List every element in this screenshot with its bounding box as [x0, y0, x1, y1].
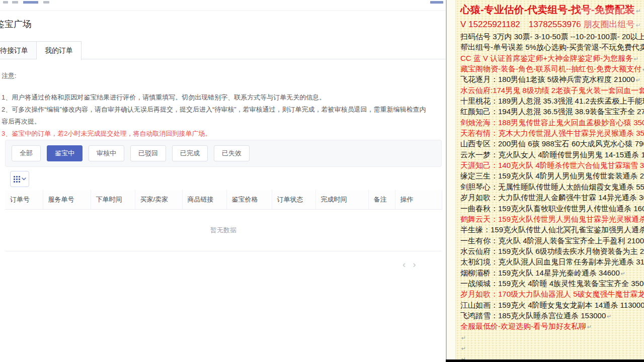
table-header-row: 订单号 服务单号 下单时间 买家/卖家 商品链接 鉴宝价格 订单状态 完成时间	[5, 190, 442, 209]
status-filter-button[interactable]: 已完成	[172, 145, 208, 161]
table-header-cell: 服务单号	[43, 190, 91, 209]
notice-items: 1、用户将通过价格和原因对鉴宝结果进行评价，请慎重填写。切勿出现错别字、联系方式…	[2, 92, 429, 140]
notice-item: 2、可多次操作“编辑”修改内容，请自审并确认无误后再提交，提交后进入“待审核”，…	[2, 104, 429, 128]
orders-table: 订单号 服务单号 下单时间 买家/卖家 商品链接 鉴宝价格 订单状态 完成时间	[5, 190, 442, 210]
doc-line-text: CC 蓝 V 认证首席鉴定师+大神金牌鉴定师-为您服务	[460, 54, 633, 62]
chevron-down-icon	[22, 177, 26, 180]
notepad-panel: 心猿-专业估价-代卖组号-找号-免费配装↵ V 15225921182 1378…	[446, 0, 644, 362]
watermark-overlay	[579, 8, 644, 28]
doc-line: 太初幻境：克火队混人回血鬼日常任务副本异光通杀 31000↵	[460, 256, 644, 267]
page-title: 鉴宝广场	[0, 18, 32, 30]
next-page-button[interactable]: ›	[413, 258, 416, 270]
doc-line: 一战倾城：159克火 4阶睡 4族灵性鬼装备宝宝齐全 35000↵	[460, 278, 644, 289]
doc-line: 红颜知己：194男人忽混 36.5强混 38.9装备宝宝齐全 27500↵	[460, 106, 644, 117]
tabs-row: 待接订单 我的订单	[0, 41, 446, 59]
table-header-cell: 商品链接	[182, 190, 226, 209]
doc-line: 藏宝阁物资-装备-角色-联系司机--抽红包-免费大额支付↵	[460, 63, 644, 74]
tab[interactable]: 待接订单	[0, 41, 37, 59]
divider	[0, 10, 446, 11]
doc-line: 一曲春秋：159克火队畜牧职业传世男人传世仙通杀 16000↵	[460, 203, 644, 214]
doc-line: 扫码估号 3万内 30票- 3-10-50票 --10-20-100票- 20以…	[460, 31, 644, 42]
doc-line-text: 太初幻境：克火队混人回血鬼日常任务副本异光通杀 31000	[460, 257, 644, 266]
status-filter-button[interactable]: 审核中	[89, 145, 124, 161]
doc-line-text: 帮出组号-单号误差 5%放心选购-买贵管退-不玩免费代卖	[460, 43, 644, 51]
column-settings-button[interactable]	[10, 171, 29, 187]
doc-lines: 扫码估号 3万内 30票- 3-10-50票 --10-20-100票- 20以…	[460, 31, 644, 362]
breadcrumb-fragment	[3, 1, 8, 4]
return-mark-icon: ↵	[634, 56, 638, 62]
status-filter-button[interactable]: 鉴宝中	[47, 145, 83, 161]
doc-line: 天涯知己：140克火队 4阶睡杀传世六合仙鬼甘霖瑞雪 35000↵	[460, 160, 644, 170]
doc-line: 飞花逐月：180男仙1老孩 5级神兵雷克水程度 21000↵	[460, 74, 644, 84]
table-header-cell: 订单号	[5, 190, 43, 209]
doc-line: 剑烛沧海：188男鬼传世容止鬼火回血孟极妙音心猿 35000↵	[460, 117, 644, 128]
breadcrumb-fragment	[43, 1, 49, 4]
doc-line: 水云仙府：159克火队 6级功绩去疾水月物资装备为主 23500↵	[460, 246, 644, 256]
doc-line: ↵	[460, 332, 644, 342]
tabs: 待接订单 我的订单	[0, 41, 446, 60]
status-filter-button[interactable]: 全部	[12, 145, 41, 161]
doc-line: 烟柳灞桥：159克火队 14星异光秦岭通杀 34600↵	[460, 267, 644, 278]
document-margin	[447, 0, 456, 362]
doc-line: 一生有你：克火队 4阶混人装备宝宝齐全上手盈利 21000↵	[460, 235, 644, 246]
return-mark-icon: ↵	[636, 77, 640, 83]
doc-line-text: 飞花逐月：180男仙1老孩 5级神兵雷克水程度 21000	[460, 75, 635, 83]
doc-line: 山西专区：200男仙 6孩 988宝石 60大成风克水心猿 79000↵	[460, 138, 644, 149]
table-header-cell: 操作	[395, 190, 442, 209]
doc-line: 全服最低价-欢迎选购-看号加好友私聊↵	[460, 321, 644, 331]
table-empty-state: 暂无数据	[5, 209, 442, 251]
doc-line: 十里桃花：189男人忽混 35.3强混 41.2去疾孟极上手能玩 25888↵	[460, 96, 644, 106]
doc-line: 半生缘：159克火队传世人仙北冥孔雀宝鉴加强男人通杀 18000↵	[460, 224, 644, 235]
doc-line-text: 飞鸿踏雪：185克火队睡杀宫位通杀 153000	[460, 311, 606, 320]
doc-line: 鹤舞云天：159克火队传世男人男仙鬼甘霖异光灵猴通杀 37000↵	[460, 214, 644, 224]
doc-line-text: 天涯知己：140克火队 4阶睡杀传世六合仙鬼甘霖瑞雪 35000	[460, 161, 644, 169]
doc-line: 帮出组号-单号误差 5%放心选购-买贵管退-不玩免费代卖↵	[460, 42, 644, 52]
table-header-cell: 订单状态	[272, 190, 315, 209]
doc-line-text: 岁月如歌：170级大力队仙器混人 5破女魔强牛魔甘霖龙 61000	[460, 290, 644, 298]
doc-line-text: 山西专区：200男仙 6孩 988宝石 60大成风克水心猿 79000	[460, 139, 644, 148]
doc-line-text: 扫码估号 3万内 30票- 3-10-50票 --10-20-100票- 20以…	[460, 32, 644, 41]
breadcrumb-fragment	[12, 1, 18, 4]
doc-line: 飞鸿踏雪：185克火队睡杀宫位通杀 153000↵	[460, 310, 644, 321]
notice-item: 3、鉴宝中的订单，若2小时未完成提交处理，将自动取消回到接单广场。	[2, 128, 429, 140]
status-filter-button[interactable]: 已失效	[214, 145, 250, 161]
doc-line-text: 半生缘：159克火队传世人仙北冥孔雀宝鉴加强男人通杀 18000	[460, 225, 644, 234]
breadcrumb-link-fragment[interactable]	[23, 1, 38, 4]
return-mark-icon: ↵	[461, 345, 466, 351]
doc-line-text: 剑胆琴心：无属性睡队传世睡人太皓仙烟霞女鬼通杀 55000	[460, 183, 644, 191]
prev-page-button[interactable]: ‹	[403, 258, 406, 270]
return-mark-icon: ↵	[607, 313, 611, 319]
doc-line: 天若有情：克木大力传世混人强牛甘霖异光灵猴通杀 35000↵	[460, 128, 644, 138]
doc-line-text: 红颜知己：194男人忽混 36.5强混 38.9装备宝宝齐全 27500	[460, 107, 644, 116]
status-filter-button[interactable]: 已驳回	[130, 145, 166, 161]
doc-line: 云水一梦：克火队女人 4阶睡传世男仙男鬼 14-15通杀 109000↵	[460, 149, 644, 160]
table-header-cell: 买家/卖家	[135, 190, 182, 209]
doc-line-text: 剑烛沧海：188男鬼传世容止鬼火回血孟极妙音心猿 35000	[460, 118, 644, 127]
doc-line: 江山如画：159克火 4阶睡女鬼女龙副本 14通杀 113000↵	[460, 300, 644, 310]
doc-line-text: 全服最低价-欢迎选购-看号加好友私聊	[460, 322, 586, 330]
table-header-cell: 完成时间	[315, 190, 368, 209]
document-text-area[interactable]: 心猿-专业估价-代卖组号-找号-免费配装↵ V 15225921182 1378…	[456, 0, 644, 359]
doc-line: 剑胆琴心：无属性睡队传世睡人太皓仙烟霞女鬼通杀 55000↵	[460, 182, 644, 192]
doc-line: CC 蓝 V 认证首席鉴定师+大神金牌鉴定师-为您服务↵	[460, 53, 644, 63]
topbar-link-fragment[interactable]	[430, 1, 443, 4]
doc-line-text: 缘定三生：159克火队 4阶男人男仙男鬼传世套装通杀 28500	[460, 171, 644, 180]
doc-line-text: 一生有你：克火队 4阶混人装备宝宝齐全上手盈利 21000	[460, 236, 644, 245]
table-header-cell: 鉴宝价格	[226, 190, 272, 209]
doc-line: ↵	[460, 342, 644, 353]
doc-line-text: 一曲春秋：159克火队畜牧职业传世男人传世仙通杀 16000	[460, 204, 644, 213]
doc-line-text: 鹤舞云天：159克火队传世男人男仙鬼甘霖异光灵猴通杀 37000	[460, 215, 644, 223]
doc-line: 岁月如歌：170级大力队仙器混人 5破女魔强牛魔甘霖龙 61000↵	[460, 289, 644, 299]
notice-item: 1、用户将通过价格和原因对鉴宝结果进行评价，请慎重填写。切勿出现错别字、联系方式…	[2, 92, 429, 104]
notice-block: 注意: 1、用户将通过价格和原因对鉴宝结果进行评价，请慎重填写。切勿出现错别字、…	[2, 71, 429, 140]
doc-line-text: 云水一梦：克火队女人 4阶睡传世男仙男鬼 14-15通杀 109000	[460, 150, 644, 159]
doc-line: 水云仙府:174男鬼 8级功绩 2老孩子鬼火装一套回血一套 4599↵	[460, 85, 644, 96]
status-filter-group: 全部 鉴宝中 审核中 已驳回 已完成 已失效	[5, 140, 442, 167]
tab[interactable]: 我的订单	[37, 41, 82, 60]
doc-line: 缘定三生：159克火队 4阶男人男仙男鬼传世套装通杀 28500↵	[460, 170, 644, 181]
return-mark-icon: ↵	[587, 324, 592, 330]
doc-line-text: 一战倾城：159克火 4阶睡 4族灵性鬼装备宝宝齐全 35000	[460, 279, 644, 288]
return-mark-icon: ↵	[621, 270, 625, 277]
doc-line: 岁月如歌：大力队传世混人金麟强牛甘霖 14异光通杀 36800↵	[460, 192, 644, 203]
grid-icon	[14, 176, 20, 183]
